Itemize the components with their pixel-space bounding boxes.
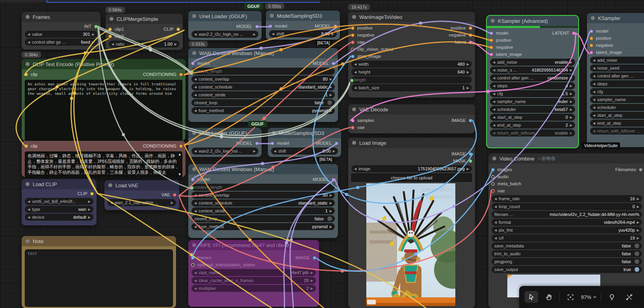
decrement-arrow-icon[interactable]: ◀ bbox=[493, 84, 495, 88]
wan-image-to-video-node-titlebar[interactable]: WanImageToVideo bbox=[348, 12, 475, 22]
decrement-arrow-icon[interactable]: ◀ bbox=[194, 85, 197, 89]
fit-view-button[interactable] bbox=[564, 291, 577, 303]
input-slot-latent_image[interactable] bbox=[590, 51, 593, 54]
input-slot-positive[interactable] bbox=[590, 37, 593, 40]
widget-return_with_leftover-[interactable]: ◀return_with_leftover ...▶ bbox=[590, 127, 644, 135]
widget-save_output[interactable]: save_outputtrue bbox=[492, 266, 642, 273]
load-vae-node[interactable]: Load VAEVAE◀wan_2.1_vae.safete ...▶ bbox=[104, 180, 179, 210]
widget-umt5_xxl_fp8_e4m3f-[interactable]: ◀umt5_xxl_fp8_e4m3f...▶ bbox=[25, 198, 93, 205]
choose-file-button[interactable]: choose file to upload bbox=[351, 173, 472, 182]
decrement-arrow-icon[interactable]: ◀ bbox=[354, 63, 356, 66]
decrement-arrow-icon[interactable]: ◀ bbox=[194, 149, 197, 153]
model-sampling-sd3-high-node-titlebar[interactable]: ModelSamplingSD3 bbox=[266, 11, 340, 21]
note-node[interactable]: Notetext bbox=[22, 236, 176, 308]
wan-context-windows-1-node-titlebar[interactable]: WAN Context Windows (Manual) bbox=[188, 48, 338, 58]
widget-wan_2-1_vae-safete-[interactable]: ◀wan_2.1_vae.safete ...▶ bbox=[108, 199, 176, 206]
widget-loop_count[interactable]: ◀loop_count0▶ bbox=[492, 203, 642, 210]
increment-arrow-icon[interactable]: ▶ bbox=[311, 279, 313, 282]
output-slot-negative[interactable] bbox=[469, 33, 472, 37]
increment-arrow-icon[interactable]: ▶ bbox=[637, 197, 639, 201]
widget-pingpong[interactable]: pingpongfalse bbox=[492, 258, 642, 265]
output-slot-MODEL[interactable] bbox=[335, 142, 338, 145]
decrement-arrow-icon[interactable]: ◀ bbox=[493, 131, 495, 135]
widget-control-after-gen-[interactable]: ◀control after gen ...randomize▶ bbox=[490, 74, 575, 81]
input-slot-samples[interactable] bbox=[351, 119, 354, 122]
widget-scheduler[interactable]: ◀scheduler▶ bbox=[590, 104, 644, 111]
increment-arrow-icon[interactable]: ▶ bbox=[570, 131, 572, 135]
toggle-links-button[interactable] bbox=[622, 291, 636, 303]
increment-arrow-icon[interactable]: ▶ bbox=[174, 42, 177, 46]
decrement-arrow-icon[interactable]: ◀ bbox=[194, 201, 197, 205]
increment-arrow-icon[interactable]: ▶ bbox=[88, 216, 91, 219]
text-area[interactable]: 色调艳丽，过曝，静态，细节模糊不清，字幕，风格，作品，画作，画面，静止，整体发灰… bbox=[25, 151, 182, 177]
clip-text-encode-negative-node[interactable]: clipCONDITIONING色调艳丽，过曝，静态，细节模糊不清，字幕，风格，… bbox=[22, 141, 186, 177]
unet-loader-gguf-high-node[interactable]: Unet Loader (GGUF)MODEL◀wan2.2_i2v_high_… bbox=[188, 11, 262, 40]
widget-height[interactable]: ◀height640▶ bbox=[351, 68, 472, 76]
widget-steps[interactable]: ◀steps4▶ bbox=[490, 82, 575, 89]
widget-context_overlap[interactable]: ◀context_overlap80▶ bbox=[191, 76, 335, 83]
widget-control-after-ge-[interactable]: ◀control after ge ...fixed▶ bbox=[25, 39, 97, 46]
output-slot-MASK[interactable] bbox=[469, 159, 472, 163]
widget-shift[interactable]: ◀shift8.00▶ bbox=[269, 30, 337, 37]
input-slot-clip[interactable] bbox=[24, 73, 28, 76]
ksampler-2-node-titlebar[interactable]: KSampler bbox=[587, 13, 644, 23]
increment-arrow-icon[interactable]: ▶ bbox=[467, 167, 469, 171]
increment-arrow-icon[interactable]: ▶ bbox=[88, 208, 91, 211]
widget-end_at_step[interactable]: ◀end_at_step2▶ bbox=[490, 122, 575, 129]
widget-start_at_step[interactable]: ◀start_at_step▶ bbox=[590, 112, 644, 119]
output-slot-latent[interactable] bbox=[469, 41, 472, 44]
decrement-arrow-icon[interactable]: ◀ bbox=[494, 229, 497, 232]
decrement-arrow-icon[interactable]: ◀ bbox=[494, 205, 497, 208]
ksampler-advanced-node[interactable]: KSampler (Advanced)modelLATENTpositivene… bbox=[487, 16, 578, 148]
widget-sampler_name[interactable]: ◀sampler_name▶ bbox=[590, 96, 644, 103]
decrement-arrow-icon[interactable]: ◀ bbox=[28, 216, 30, 219]
output-slot-MODEL[interactable] bbox=[332, 62, 335, 65]
input-slot-images[interactable] bbox=[491, 168, 495, 172]
load-vae-node-titlebar[interactable]: Load VAE bbox=[104, 180, 179, 190]
decrement-arrow-icon[interactable]: ◀ bbox=[194, 33, 197, 36]
decrement-arrow-icon[interactable]: ◀ bbox=[28, 41, 30, 44]
ksampler-2-node[interactable]: KSamplermodelpositivenegativelatent_imag… bbox=[587, 13, 644, 147]
widget-batch_size[interactable]: ◀batch_size1▶ bbox=[351, 84, 472, 91]
input-slot-meta_batch[interactable] bbox=[491, 182, 495, 186]
decrement-arrow-icon[interactable]: ◀ bbox=[28, 200, 30, 203]
clip-text-encode-positive-node-titlebar[interactable]: CLIP Text Encode (Positive Prompt) bbox=[22, 59, 186, 69]
widget-context_overlap[interactable]: ◀context_overlap80▶ bbox=[191, 192, 335, 199]
increment-arrow-icon[interactable]: ▶ bbox=[570, 76, 572, 80]
decrement-arrow-icon[interactable]: ◀ bbox=[194, 271, 197, 275]
decrement-arrow-icon[interactable]: ◀ bbox=[493, 100, 495, 103]
widget-ckpt_name[interactable]: ◀ckpt_namerife47.pth▶ bbox=[191, 269, 316, 276]
decrement-arrow-icon[interactable]: ◀ bbox=[272, 32, 274, 36]
input-slot-model[interactable] bbox=[590, 30, 593, 33]
input-slot-model[interactable] bbox=[269, 24, 272, 28]
widget-end_at_step[interactable]: ◀end_at_step▶ bbox=[590, 120, 644, 127]
input-slot-context_length[interactable] bbox=[190, 70, 194, 74]
widget-cfg[interactable]: ◀cfg1.5▶ bbox=[490, 90, 575, 97]
widget-control-after-gen-[interactable]: ◀control after gen ...▶ bbox=[590, 72, 644, 79]
zoom-level-dropdown[interactable]: 97% bbox=[581, 294, 597, 300]
text-area[interactable]: An aztec man power walking towards ther … bbox=[25, 80, 182, 141]
vae-decode-node-titlebar[interactable]: VAE Decode bbox=[348, 104, 475, 114]
output-slot-CONDITIONING[interactable] bbox=[179, 144, 183, 148]
widget-length[interactable]: length bbox=[351, 76, 472, 83]
input-slot-audio[interactable] bbox=[491, 175, 495, 179]
pan-tool-button[interactable] bbox=[542, 291, 555, 303]
increment-arrow-icon[interactable]: ▶ bbox=[330, 194, 332, 197]
widget-cfg[interactable]: ◀cfg▶ bbox=[590, 88, 644, 95]
output-slot-positive[interactable] bbox=[469, 26, 472, 30]
select-tool-button[interactable] bbox=[525, 291, 538, 303]
decrement-arrow-icon[interactable]: ◀ bbox=[274, 149, 276, 153]
widget-save_metadata[interactable]: save_metadatafalse bbox=[492, 242, 642, 249]
node-suggestions-button[interactable] bbox=[605, 291, 618, 303]
widget-fuse_method[interactable]: ◀fuse_methodpyramid▶ bbox=[191, 107, 335, 114]
increment-arrow-icon[interactable]: ▶ bbox=[330, 77, 332, 81]
widget-context_stride[interactable]: ◀context_stride1▶ bbox=[191, 207, 335, 214]
output-slot-MODEL[interactable] bbox=[255, 142, 259, 145]
decrement-arrow-icon[interactable]: ◀ bbox=[354, 86, 356, 90]
widget-format[interactable]: ◀formatvideo/h264-mp4▶ bbox=[492, 219, 642, 226]
increment-arrow-icon[interactable]: ▶ bbox=[570, 124, 572, 127]
output-slot-Filenames[interactable] bbox=[639, 168, 642, 172]
note-node-titlebar[interactable]: Note bbox=[22, 236, 176, 246]
increment-arrow-icon[interactable]: ▶ bbox=[253, 33, 256, 36]
toggle-knob[interactable] bbox=[635, 251, 639, 256]
